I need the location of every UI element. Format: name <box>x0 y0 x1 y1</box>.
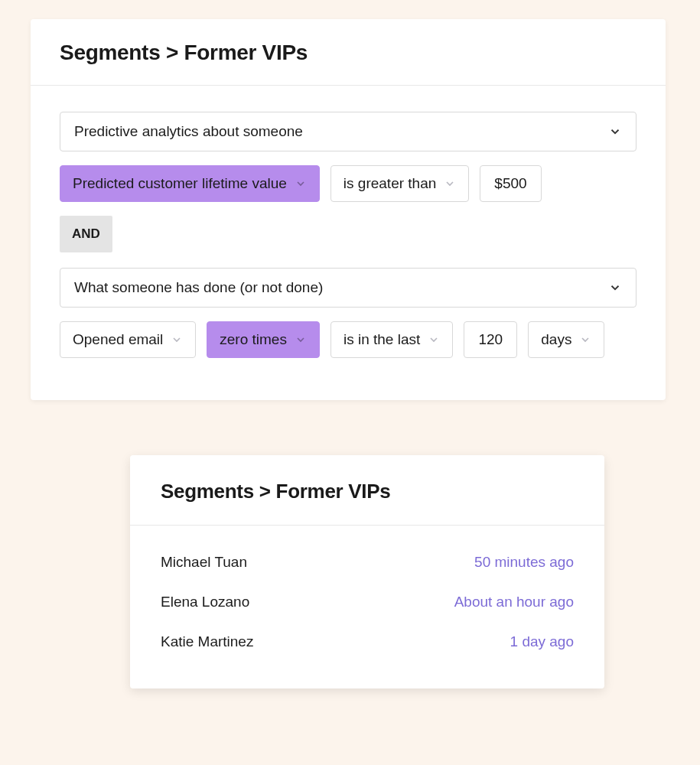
breadcrumb: Segments > Former VIPs <box>60 41 637 65</box>
range-unit-label: days <box>541 331 571 348</box>
breadcrumb: Segments > Former VIPs <box>161 480 574 503</box>
member-time: About an hour ago <box>454 594 574 610</box>
member-time: 1 day ago <box>510 633 574 650</box>
threshold-input[interactable]: $500 <box>480 165 541 202</box>
range-value-input[interactable]: 120 <box>464 321 517 358</box>
segment-members-header: Segments > Former VIPs <box>130 455 604 526</box>
segment-builder-body: Predictive analytics about someone Predi… <box>31 86 666 358</box>
chevron-down-icon <box>295 177 307 190</box>
segment-members-list: Michael Tuan 50 minutes ago Elena Lozano… <box>130 526 604 662</box>
chevron-down-icon <box>428 334 440 346</box>
chevron-down-icon <box>171 334 183 346</box>
comparator-label: is greater than <box>343 175 436 192</box>
member-name: Michael Tuan <box>161 554 247 571</box>
metric-select[interactable]: Predicted customer lifetime value <box>60 165 320 202</box>
condition-row: Opened email zero times is in the last 1… <box>60 321 637 358</box>
logic-operator-badge[interactable]: AND <box>60 216 112 252</box>
count-label: zero times <box>220 331 287 348</box>
member-name: Elena Lozano <box>161 594 249 610</box>
comparator-select[interactable]: is greater than <box>330 165 469 202</box>
segment-members-card: Segments > Former VIPs Michael Tuan 50 m… <box>130 455 604 688</box>
member-name: Katie Martinez <box>161 633 253 650</box>
condition-category-label: Predictive analytics about someone <box>74 123 303 140</box>
member-time: 50 minutes ago <box>474 554 574 571</box>
condition-category-select[interactable]: What someone has done (or not done) <box>60 268 637 308</box>
condition-category-label: What someone has done (or not done) <box>74 279 323 296</box>
event-label: Opened email <box>73 331 163 348</box>
range-unit-select[interactable]: days <box>528 321 604 358</box>
condition-category-select[interactable]: Predictive analytics about someone <box>60 112 637 151</box>
count-select[interactable]: zero times <box>207 321 320 358</box>
chevron-down-icon <box>295 334 307 346</box>
chevron-down-icon <box>579 334 591 346</box>
chevron-down-icon <box>608 281 622 295</box>
segment-builder-header: Segments > Former VIPs <box>31 19 666 86</box>
metric-label: Predicted customer lifetime value <box>73 175 287 192</box>
list-item[interactable]: Michael Tuan 50 minutes ago <box>161 542 574 582</box>
list-item[interactable]: Elena Lozano About an hour ago <box>161 582 574 622</box>
range-operator-select[interactable]: is in the last <box>330 321 453 358</box>
chevron-down-icon <box>608 125 622 138</box>
range-operator-label: is in the last <box>343 331 420 348</box>
list-item[interactable]: Katie Martinez 1 day ago <box>161 622 574 662</box>
segment-builder-card: Segments > Former VIPs Predictive analyt… <box>31 19 666 400</box>
chevron-down-icon <box>444 177 456 190</box>
condition-row: Predicted customer lifetime value is gre… <box>60 165 637 202</box>
event-select[interactable]: Opened email <box>60 321 196 358</box>
